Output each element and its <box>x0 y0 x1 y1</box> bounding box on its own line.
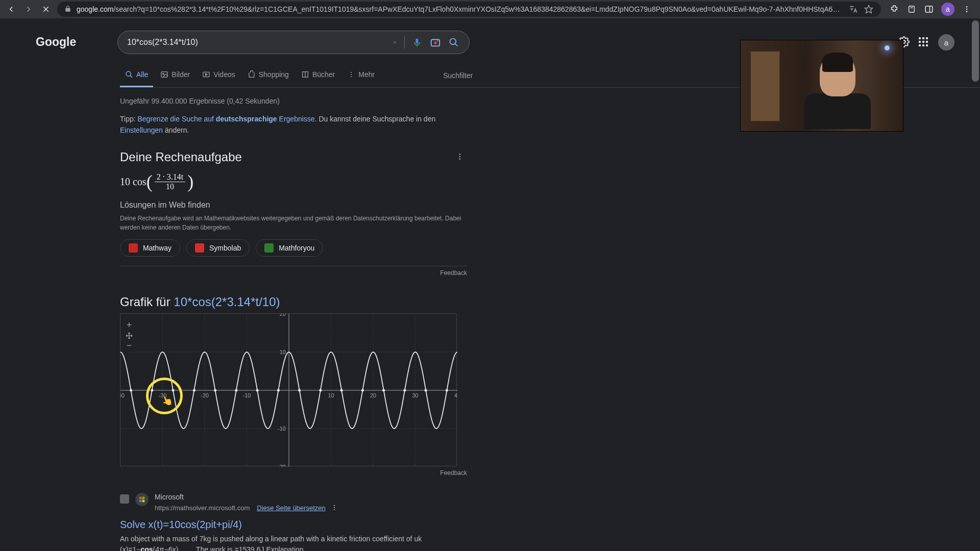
google-logo[interactable]: Google <box>36 34 97 50</box>
svg-rect-78 <box>142 497 145 499</box>
result-stats: Ungefähr 99.400.000 Ergebnisse (0,42 Sek… <box>120 88 467 109</box>
svg-point-64 <box>193 389 195 391</box>
svg-point-66 <box>235 389 237 391</box>
tip-link-german[interactable]: Begrenze die Suche auf deutschsprachige … <box>138 115 315 123</box>
svg-point-83 <box>333 509 334 510</box>
tab-shopping[interactable]: Shopping <box>242 65 294 87</box>
solver-mathway[interactable]: Mathway <box>120 239 180 257</box>
tab-images[interactable]: Bilder <box>155 65 195 87</box>
lens-icon[interactable] <box>429 36 442 48</box>
svg-point-14 <box>434 41 437 44</box>
search-filter[interactable]: Suchfilter <box>443 66 473 87</box>
svg-rect-80 <box>142 499 145 502</box>
math-card: Deine Rechenaufgabe 10 cos ( 2 · 3.14t10… <box>120 149 467 280</box>
account-avatar[interactable]: a <box>938 34 954 51</box>
svg-point-27 <box>351 76 352 77</box>
kebab-icon[interactable] <box>962 4 972 14</box>
svg-point-63 <box>172 389 175 391</box>
zoom-in-button[interactable]: + <box>125 321 134 330</box>
clear-icon[interactable] <box>393 36 405 48</box>
svg-text:40: 40 <box>454 392 457 398</box>
svg-rect-3 <box>909 6 915 12</box>
pan-button[interactable] <box>125 331 134 340</box>
address-bar[interactable]: google.com/search?q=10*cos%282*3.14*t%2F… <box>57 2 881 17</box>
result-url: https://mathsolver.microsoft.com <box>155 504 250 512</box>
back-button[interactable] <box>4 2 18 16</box>
search-tip: Tipp: Begrenze die Suche auf deutschspra… <box>120 109 467 145</box>
star-icon[interactable] <box>864 4 874 14</box>
svg-point-74 <box>403 389 406 391</box>
solver-mathway-label: Mathway <box>143 244 172 252</box>
sidepanel-icon[interactable] <box>924 4 934 14</box>
svg-point-30 <box>459 158 461 160</box>
math-feedback-link[interactable]: Feedback <box>120 266 467 280</box>
math-expression: 10 cos ( 2 · 3.14t10 ) <box>120 165 467 193</box>
mic-icon[interactable] <box>411 36 423 48</box>
tab-videos-label: Videos <box>213 70 235 79</box>
svg-rect-5 <box>925 6 933 12</box>
svg-point-62 <box>151 389 153 391</box>
scrollbar-thumb[interactable] <box>972 20 979 82</box>
solver-symbolab-label: Symbolab <box>209 244 241 252</box>
apps-grid-icon[interactable] <box>919 37 929 47</box>
svg-point-9 <box>966 11 968 12</box>
tab-all[interactable]: Alle <box>120 65 153 87</box>
search-input[interactable] <box>127 38 386 47</box>
tab-more[interactable]: Mehr <box>342 65 380 87</box>
svg-point-76 <box>446 389 448 391</box>
svg-point-70 <box>319 389 322 391</box>
page-scrollbar[interactable] <box>972 20 979 549</box>
tab-books[interactable]: Bücher <box>296 65 340 87</box>
zoom-out-button[interactable]: − <box>125 341 134 350</box>
bookmark-icon[interactable] <box>906 4 917 14</box>
svg-point-73 <box>382 389 385 391</box>
svg-text:10: 10 <box>280 349 286 355</box>
svg-point-7 <box>966 6 968 8</box>
tab-videos[interactable]: Videos <box>197 65 240 87</box>
graph-feedback-link[interactable]: Feedback <box>120 466 467 480</box>
lock-icon <box>64 5 71 14</box>
forward-button[interactable] <box>21 2 36 16</box>
extensions-icon[interactable] <box>889 4 899 14</box>
svg-point-22 <box>163 73 164 74</box>
svg-line-20 <box>130 76 132 78</box>
result-title-link[interactable]: Solve x(t)=10cos(2pit+pi/4) <box>120 516 467 534</box>
reload-button[interactable] <box>39 2 53 16</box>
svg-point-61 <box>130 389 132 391</box>
result-menu-icon[interactable] <box>328 501 341 516</box>
profile-avatar[interactable]: a <box>941 3 954 16</box>
svg-text:20: 20 <box>370 392 376 398</box>
solutions-disclaimer: Deine Rechenaufgabe wird an Mathematikwe… <box>120 210 467 239</box>
solver-mathforyou[interactable]: Mathforyou <box>256 239 323 257</box>
webcam-overlay <box>740 40 903 132</box>
translate-link[interactable]: Diese Seite übersetzen <box>257 504 325 512</box>
url-text: google.com/search?q=10*cos%282*3.14*t%2F… <box>77 5 843 13</box>
tip-link-settings[interactable]: Einstellungen <box>120 126 163 134</box>
translate-icon[interactable] <box>848 4 859 14</box>
svg-line-17 <box>455 44 458 46</box>
svg-rect-4 <box>910 8 913 8</box>
tab-all-label: Alle <box>136 70 148 79</box>
graph-canvas[interactable]: + − -40-30-20-1010203040-20-101020 👆 <box>120 313 457 466</box>
svg-rect-79 <box>139 499 142 502</box>
tab-more-label: Mehr <box>358 70 375 79</box>
result-snippet: An object with a mass of 7kg is pushed a… <box>120 534 467 551</box>
solutions-heading: Lösungen im Web finden <box>120 193 467 210</box>
svg-marker-2 <box>865 6 873 13</box>
result-favicon-placeholder <box>120 494 129 504</box>
search-result: Microsoft https://mathsolver.microsoft.c… <box>120 493 467 551</box>
svg-text:-10: -10 <box>278 425 286 432</box>
search-icon[interactable] <box>448 36 460 48</box>
svg-point-71 <box>340 389 343 391</box>
svg-point-29 <box>459 156 461 157</box>
svg-text:Google: Google <box>36 35 76 48</box>
solver-symbolab[interactable]: Symbolab <box>186 239 250 257</box>
math-heading: Deine Rechenaufgabe <box>120 150 242 164</box>
svg-text:30: 30 <box>412 392 418 398</box>
card-menu-icon[interactable] <box>453 149 467 165</box>
svg-point-26 <box>351 74 352 75</box>
tab-shopping-label: Shopping <box>259 70 289 79</box>
result-site-name: Microsoft <box>155 493 341 501</box>
mathway-icon <box>129 243 138 253</box>
graph-title: Grafik für 10*cos(2*3.14*t/10) <box>120 295 467 313</box>
